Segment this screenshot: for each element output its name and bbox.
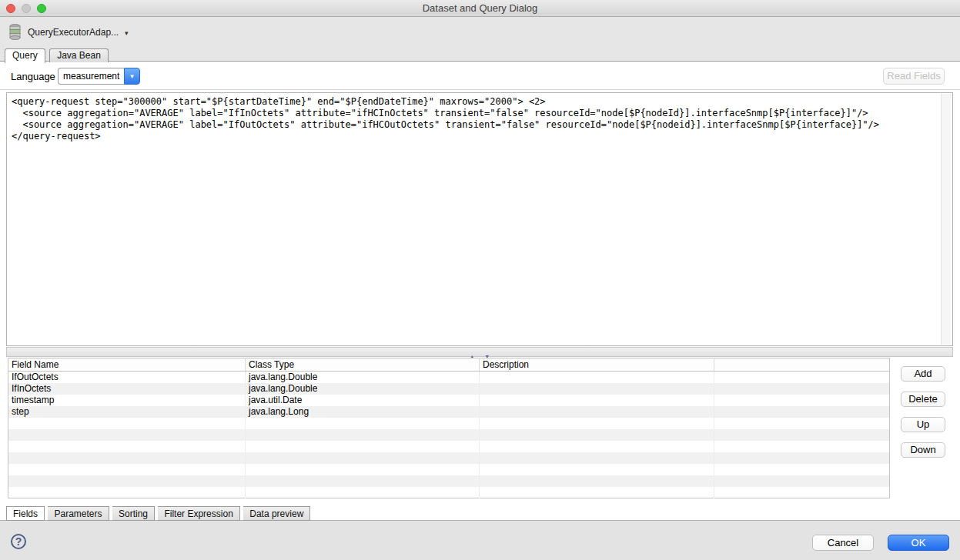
data-adapter-selector[interactable]: QueryExecutorAdap...▾ (28, 27, 129, 38)
fields-table: Field Name Class Type Description IfOutO… (8, 358, 890, 498)
delete-button[interactable]: Delete (901, 392, 945, 407)
query-line: <source aggregation="AVERAGE" label="IfI… (12, 108, 937, 119)
window-title: Dataset and Query Dialog (0, 2, 960, 14)
tab-data-preview[interactable]: Data preview (243, 506, 310, 521)
language-combo[interactable]: measurement ▾ (58, 68, 140, 85)
cell-description[interactable] (480, 395, 714, 406)
cell-description[interactable] (480, 406, 714, 418)
dataset-query-dialog: Dataset and Query Dialog QueryExecutorAd… (0, 0, 960, 560)
cell-class-type[interactable]: java.lang.Long (246, 406, 480, 418)
tab-java-bean[interactable]: Java Bean (49, 48, 109, 62)
top-tab-bar: Query Java Bean (5, 48, 109, 62)
table-row-empty[interactable] (8, 429, 890, 441)
table-row[interactable]: IfInOctets java.lang.Double (8, 383, 890, 395)
cell-extra (714, 372, 890, 383)
language-row-separator (0, 89, 960, 90)
database-icon (9, 24, 21, 40)
table-row[interactable]: IfOutOctets java.lang.Double (8, 372, 890, 383)
table-row-empty[interactable] (8, 418, 890, 429)
query-line: <source aggregation="AVERAGE" label="IfO… (12, 119, 937, 131)
combo-chevron-icon[interactable]: ▾ (124, 68, 140, 85)
table-row-empty[interactable] (8, 475, 890, 487)
read-fields-button[interactable]: Read Fields (883, 68, 945, 85)
column-header-field-name[interactable]: Field Name (8, 358, 246, 372)
cell-extra (714, 406, 890, 418)
table-row-empty[interactable] (8, 487, 890, 498)
cell-field-name[interactable]: IfOutOctets (8, 372, 246, 383)
up-button[interactable]: Up (901, 417, 945, 432)
cancel-button[interactable]: Cancel (812, 535, 874, 551)
tab-query[interactable]: Query (5, 48, 45, 63)
query-line: </query-request> (12, 131, 937, 142)
query-text: <query-request step="300000" start="$P{s… (12, 96, 937, 142)
tab-parameters[interactable]: Parameters (48, 506, 109, 521)
down-button[interactable]: Down (901, 442, 945, 458)
query-tab-content: Language measurement ▾ Read Fields <quer… (0, 61, 960, 521)
cell-extra (714, 395, 890, 406)
table-row[interactable]: timestamp java.util.Date (8, 395, 890, 406)
table-row-empty[interactable] (8, 464, 890, 475)
dialog-footer: ? Cancel OK (0, 522, 960, 560)
column-header-class-type[interactable]: Class Type (246, 358, 480, 372)
table-row-empty[interactable] (8, 452, 890, 464)
cell-field-name[interactable]: IfInOctets (8, 383, 246, 395)
table-row[interactable]: step java.lang.Long (8, 406, 890, 418)
language-combo-value[interactable]: measurement (58, 68, 124, 85)
cell-extra (714, 383, 890, 395)
ok-button[interactable]: OK (888, 535, 949, 551)
add-button[interactable]: Add (901, 366, 945, 382)
column-header-extra[interactable] (714, 358, 890, 372)
tab-fields[interactable]: Fields (6, 506, 45, 521)
cell-class-type[interactable]: java.lang.Double (246, 383, 480, 395)
bottom-tab-bar: Fields Parameters Sorting Filter Express… (6, 506, 310, 521)
cell-description[interactable] (480, 372, 714, 383)
tab-filter-expression[interactable]: Filter Expression (158, 506, 239, 521)
query-editor-scrollbar[interactable] (941, 94, 952, 345)
data-adapter-label: QueryExecutorAdap... (28, 27, 119, 38)
query-line: <query-request step="300000" start="$P{s… (12, 96, 937, 108)
query-editor[interactable]: <query-request step="300000" start="$P{s… (6, 92, 953, 346)
cell-description[interactable] (480, 383, 714, 395)
column-header-description[interactable]: Description (480, 358, 714, 372)
tab-sorting[interactable]: Sorting (112, 506, 155, 521)
chevron-down-icon: ▾ (125, 29, 129, 37)
fields-table-header: Field Name Class Type Description (8, 358, 890, 372)
cell-field-name[interactable]: timestamp (8, 395, 246, 406)
title-bar: Dataset and Query Dialog (0, 0, 960, 17)
help-icon[interactable]: ? (11, 534, 26, 549)
cell-class-type[interactable]: java.lang.Double (246, 372, 480, 383)
cell-field-name[interactable]: step (8, 406, 246, 418)
table-row-empty[interactable] (8, 441, 890, 452)
toolbar: QueryExecutorAdap...▾ (0, 17, 960, 48)
splitter-handle[interactable]: ▲ ▼ (6, 347, 953, 357)
cell-class-type[interactable]: java.util.Date (246, 395, 480, 406)
language-label: Language (11, 71, 55, 82)
